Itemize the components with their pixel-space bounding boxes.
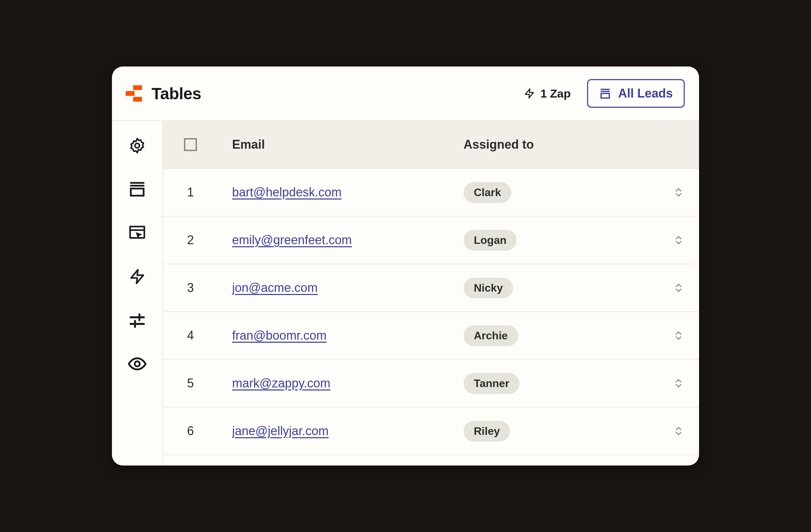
assigned-chip[interactable]: Riley [464,421,510,442]
svg-point-7 [135,143,139,148]
lightning-icon [129,268,145,285]
zap-count[interactable]: 1 Zap [524,87,571,100]
sort-icon [673,424,684,438]
email-link[interactable]: fran@boomr.com [232,328,327,342]
table-header-row: Email Assigned to [163,121,699,169]
row-reorder-handle[interactable] [658,186,699,199]
sidebar-settings[interactable] [128,136,147,155]
table-row[interactable]: 5mark@zappy.comTanner [163,360,699,408]
brand-logo-icon [124,84,143,103]
gear-icon [129,137,146,154]
brand: Tables [124,84,201,103]
sort-icon [673,281,684,295]
sidebar [112,121,163,466]
sort-icon [673,329,684,342]
assigned-chip[interactable]: Tanner [464,373,520,394]
cards-icon [599,87,611,100]
email-link[interactable]: bart@helpdesk.com [232,185,342,199]
app-window: Tables 1 Zap All Leads [112,66,699,466]
email-link[interactable]: emily@greenfeet.com [232,233,352,247]
svg-marker-13 [131,270,143,283]
table-row[interactable]: 1bart@helpdesk.comClark [163,169,699,217]
cursor-window-icon [129,224,146,241]
body: Email Assigned to 1bart@helpdesk.comClar… [112,121,699,466]
sidebar-interfaces[interactable] [128,223,147,242]
stack-icon [129,181,146,198]
svg-marker-3 [525,89,533,98]
table-area: Email Assigned to 1bart@helpdesk.comClar… [163,121,699,466]
row-number: 4 [163,328,218,343]
svg-point-18 [135,361,140,367]
sort-icon [673,233,684,247]
row-number: 5 [163,376,218,390]
table-row[interactable]: 3jon@acme.comNicky [163,264,699,312]
email-link[interactable]: jane@jellyjar.com [232,424,329,438]
svg-rect-2 [133,97,142,102]
table-body: 1bart@helpdesk.comClark2emily@greenfeet.… [163,169,699,466]
topbar: Tables 1 Zap All Leads [112,66,699,121]
row-reorder-handle[interactable] [658,376,699,390]
email-link[interactable]: jon@acme.com [232,281,318,295]
zap-count-label: 1 Zap [540,87,571,100]
email-link[interactable]: mark@zappy.com [232,376,330,390]
view-select-label: All Leads [618,86,673,101]
assigned-chip[interactable]: Nicky [464,278,513,298]
row-number: 1 [163,185,218,200]
row-reorder-handle[interactable] [658,329,699,342]
svg-rect-0 [133,85,142,90]
svg-rect-1 [126,91,134,96]
table-row[interactable]: 6jane@jellyjar.comRiley [163,408,699,455]
sliders-icon [128,311,146,329]
column-header-assigned[interactable]: Assigned to [464,137,699,152]
sidebar-views[interactable] [128,180,147,199]
assigned-chip[interactable]: Logan [464,230,517,251]
column-header-email[interactable]: Email [218,137,464,152]
row-reorder-handle[interactable] [658,233,699,247]
table-row[interactable]: 2emily@greenfeet.comLogan [163,217,699,264]
sidebar-visibility[interactable] [128,354,147,373]
assigned-chip[interactable]: Archie [464,325,518,346]
row-number: 6 [163,424,218,438]
sort-icon [673,186,684,199]
row-reorder-handle[interactable] [658,424,699,438]
brand-title: Tables [152,84,201,103]
sidebar-filters[interactable] [128,311,147,330]
row-number: 2 [163,233,218,247]
row-number: 3 [163,281,218,295]
sort-icon [673,376,684,390]
select-all-checkbox[interactable] [184,138,197,151]
svg-rect-10 [131,189,144,196]
svg-rect-6 [601,93,609,98]
view-select-button[interactable]: All Leads [587,79,685,108]
table-row[interactable]: 4fran@boomr.comArchie [163,312,699,360]
assigned-chip[interactable]: Clark [464,182,511,203]
sidebar-zaps[interactable] [128,267,147,286]
eye-icon [128,354,147,373]
lightning-icon [524,87,535,100]
row-reorder-handle[interactable] [658,281,699,295]
